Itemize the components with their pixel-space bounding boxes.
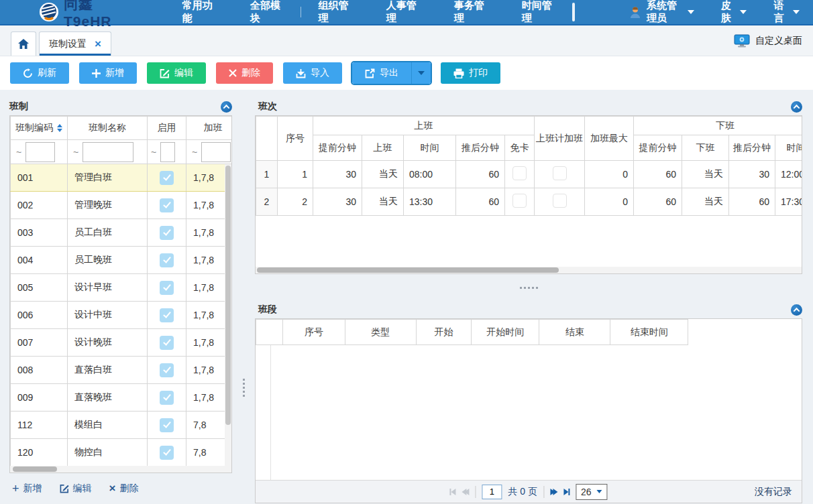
filter-overtime-input[interactable]	[201, 142, 231, 162]
menu-affairs[interactable]: 事务管理	[437, 0, 504, 24]
add-button[interactable]: 新增	[79, 62, 137, 84]
enabled-checkbox[interactable]	[160, 418, 174, 432]
on-overtime-checkbox[interactable]	[553, 194, 567, 208]
export-dropdown-button[interactable]	[411, 62, 431, 84]
panel-splitter[interactable]	[232, 98, 255, 503]
column-header-type[interactable]: 类型	[345, 320, 416, 345]
column-header-on-time[interactable]: 时间	[404, 135, 456, 161]
first-page-button[interactable]	[449, 489, 455, 495]
close-icon[interactable]: ×	[95, 38, 101, 50]
column-header-name[interactable]: 班制名称	[68, 117, 148, 140]
column-header-off-late[interactable]: 推后分钟	[729, 135, 775, 161]
menu-time[interactable]: 时间管理	[504, 0, 572, 24]
menu-all-modules[interactable]: 全部模块	[233, 0, 301, 24]
table-row[interactable]: 003员工白班1,7,8	[11, 219, 233, 247]
horizontal-scrollbar[interactable]	[256, 267, 802, 273]
page-size-select[interactable]: 26	[576, 484, 608, 500]
print-button[interactable]: 打印	[441, 62, 500, 84]
prev-page-button[interactable]	[462, 489, 469, 495]
vertical-scrollbar[interactable]	[225, 164, 231, 466]
table-row[interactable]: 001管理白班1,7,8	[11, 164, 233, 192]
table-row[interactable]: 2 2 30 当天 13:30 60 0 60 当天 60 17:30	[256, 188, 803, 216]
column-header-max-overtime[interactable]: 加班最大	[585, 117, 634, 161]
horizontal-splitter[interactable]	[255, 274, 802, 301]
table-row[interactable]: 1 1 30 当天 08:00 60 0 60 当天 30 12:00	[256, 161, 803, 188]
skin-menu[interactable]: 皮肤	[708, 0, 761, 24]
column-header-start-time[interactable]: 开始时间	[472, 320, 539, 345]
scrollbar-thumb[interactable]	[257, 267, 559, 273]
enabled-checkbox[interactable]	[160, 226, 174, 240]
footer-edit-link[interactable]: 编辑	[60, 482, 92, 495]
column-header-off-early[interactable]: 提前分钟	[634, 135, 682, 161]
page-number-input[interactable]	[482, 485, 502, 499]
table-row[interactable]: 008直落白班1,7,8	[11, 357, 233, 384]
on-overtime-checkbox[interactable]	[553, 166, 567, 180]
column-header-on-late[interactable]: 推后分钟	[456, 135, 505, 161]
enabled-checkbox[interactable]	[160, 363, 174, 377]
scrollbar-thumb[interactable]	[13, 466, 57, 472]
enabled-checkbox[interactable]	[160, 308, 174, 322]
custom-desktop-button[interactable]: 自定义桌面	[734, 34, 813, 48]
tab-shift-settings[interactable]: 班制设置 ×	[39, 32, 111, 56]
table-row[interactable]: 005设计早班1,7,8	[11, 274, 233, 302]
collapse-panel-button[interactable]	[791, 101, 802, 113]
filter-code-input[interactable]	[25, 142, 55, 162]
edit-button[interactable]: 编辑	[147, 62, 206, 84]
horizontal-scrollbar[interactable]	[10, 466, 231, 472]
footer-delete-link[interactable]: ×删除	[109, 482, 139, 495]
column-header-on-early[interactable]: 提前分钟	[313, 135, 362, 161]
column-header-on-day[interactable]: 上班	[362, 135, 404, 161]
enabled-checkbox[interactable]	[160, 281, 174, 295]
column-header-on-overtime[interactable]: 上班计加班	[535, 117, 585, 161]
column-header-end-time[interactable]: 结束时间	[610, 320, 688, 345]
tab-home[interactable]	[11, 32, 36, 56]
column-header-seq[interactable]: 序号	[283, 320, 345, 345]
column-group-off-duty: 下班	[634, 117, 802, 135]
table-row[interactable]: 112模组白7,8	[11, 412, 233, 439]
column-header-enabled[interactable]: 启用	[148, 117, 186, 140]
enabled-checkbox[interactable]	[160, 171, 174, 185]
menu-personnel[interactable]: 人事管理	[369, 0, 437, 24]
table-row[interactable]: 002管理晚班1,7,8	[11, 192, 233, 219]
column-header-nocard[interactable]: 免卡	[505, 135, 535, 161]
chevron-down-icon	[688, 10, 694, 14]
enabled-checkbox[interactable]	[160, 198, 174, 212]
filter-name-input[interactable]	[83, 142, 133, 162]
nocard-checkbox[interactable]	[512, 166, 527, 180]
column-header-off-time[interactable]: 时间	[775, 135, 802, 161]
column-header-start[interactable]: 开始	[416, 320, 472, 345]
nocard-checkbox[interactable]	[512, 194, 527, 208]
column-header-end[interactable]: 结束	[539, 320, 610, 345]
collapse-panel-button[interactable]	[791, 304, 802, 316]
scrollbar-thumb[interactable]	[225, 166, 231, 425]
menu-organization[interactable]: 组织管理	[301, 0, 369, 24]
menu-common-functions[interactable]: 常用功能	[165, 0, 233, 24]
shift-system-panel: 班制 班制编码 班制名称 启用 加班 ~ ~	[9, 98, 232, 503]
footer-add-link[interactable]: +新增	[12, 482, 42, 495]
column-header-overtime[interactable]: 加班	[186, 117, 233, 140]
enabled-checkbox[interactable]	[160, 391, 174, 405]
sort-icon[interactable]	[57, 124, 62, 132]
table-row[interactable]: 004员工晚班1,7,8	[11, 247, 233, 274]
export-button[interactable]: 导出	[352, 62, 411, 84]
table-row[interactable]: 120物控白7,8	[11, 439, 233, 466]
refresh-button[interactable]: 刷新	[10, 62, 69, 84]
column-header-off-day[interactable]: 下班	[682, 135, 729, 161]
table-row[interactable]: 007设计晚班1,7,8	[11, 329, 233, 357]
enabled-checkbox[interactable]	[160, 253, 174, 267]
next-page-button[interactable]	[550, 489, 557, 495]
enabled-checkbox[interactable]	[160, 446, 174, 460]
delete-button[interactable]: 删除	[216, 62, 273, 84]
column-header-code[interactable]: 班制编码	[11, 117, 68, 140]
table-row[interactable]: 009直落晚班1,7,8	[11, 384, 233, 412]
filter-enabled-input[interactable]	[160, 142, 175, 162]
user-menu[interactable]: 系统管理员	[615, 0, 708, 24]
language-menu[interactable]: 语言	[760, 0, 813, 24]
app-logo[interactable]: 同鑫T9eHR	[0, 0, 145, 29]
enabled-checkbox[interactable]	[160, 336, 174, 350]
table-row[interactable]: 006设计中班1,7,8	[11, 302, 233, 329]
import-button[interactable]: 导入	[283, 62, 342, 84]
column-header-seq[interactable]: 序号	[278, 117, 313, 161]
collapse-panel-button[interactable]	[221, 101, 232, 113]
last-page-button[interactable]	[563, 489, 570, 495]
